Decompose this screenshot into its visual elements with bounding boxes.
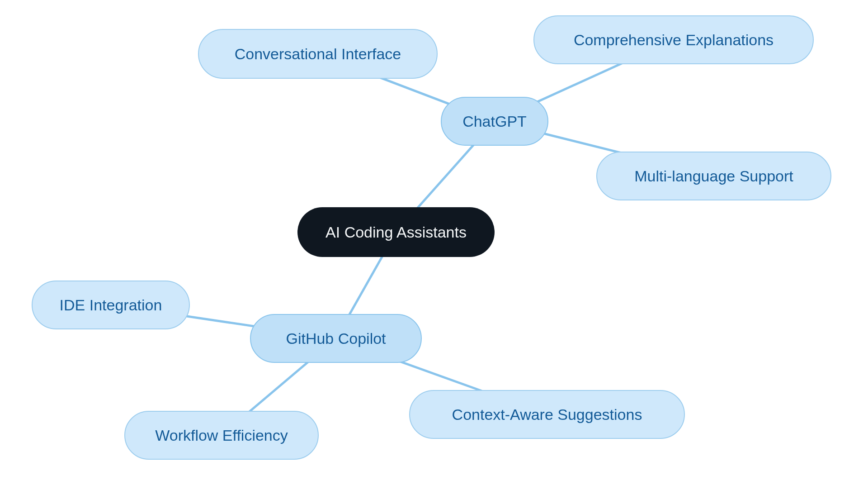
node-context[interactable]: Context-Aware Suggestions <box>409 390 685 439</box>
node-comprehensive-label: Comprehensive Explanations <box>574 31 774 49</box>
node-ide[interactable]: IDE Integration <box>32 281 190 329</box>
node-conversational-label: Conversational Interface <box>235 45 401 63</box>
node-chatgpt[interactable]: ChatGPT <box>441 97 548 146</box>
node-multilang[interactable]: Multi-language Support <box>596 152 831 200</box>
node-copilot[interactable]: GitHub Copilot <box>250 314 422 363</box>
node-root[interactable]: AI Coding Assistants <box>297 207 495 257</box>
mindmap-canvas: AI Coding Assistants ChatGPT GitHub Copi… <box>0 0 868 490</box>
node-chatgpt-label: ChatGPT <box>462 112 527 131</box>
node-multilang-label: Multi-language Support <box>634 167 793 186</box>
node-conversational[interactable]: Conversational Interface <box>198 29 438 79</box>
node-comprehensive[interactable]: Comprehensive Explanations <box>533 15 814 64</box>
node-ide-label: IDE Integration <box>60 296 162 314</box>
node-copilot-label: GitHub Copilot <box>286 329 386 348</box>
node-workflow-label: Workflow Efficiency <box>155 426 288 445</box>
node-workflow[interactable]: Workflow Efficiency <box>124 411 319 460</box>
node-context-label: Context-Aware Suggestions <box>452 405 642 424</box>
node-root-label: AI Coding Assistants <box>326 223 467 242</box>
